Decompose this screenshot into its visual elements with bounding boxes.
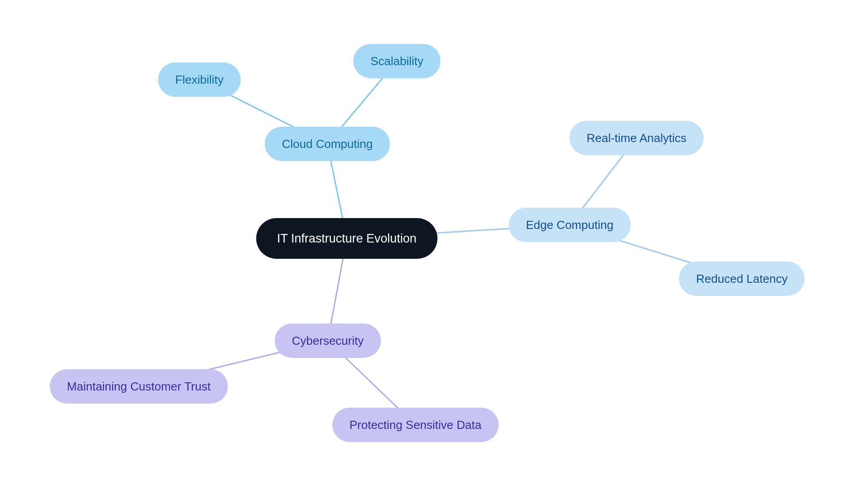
node-realtime-label: Real-time Analytics xyxy=(586,131,686,145)
node-realtime-analytics[interactable]: Real-time Analytics xyxy=(569,121,703,155)
node-edge-label: Edge Computing xyxy=(526,218,613,232)
node-reduced-latency[interactable]: Reduced Latency xyxy=(679,262,805,296)
node-flexibility-label: Flexibility xyxy=(175,73,224,87)
mindmap-canvas: IT Infrastructure Evolution Cloud Comput… xyxy=(0,0,868,490)
node-cloud-computing[interactable]: Cloud Computing xyxy=(265,127,390,161)
node-cyber-label: Cybersecurity xyxy=(292,334,364,348)
node-data-label: Protecting Sensitive Data xyxy=(349,418,481,432)
node-customer-trust[interactable]: Maintaining Customer Trust xyxy=(50,369,228,404)
node-center[interactable]: IT Infrastructure Evolution xyxy=(256,218,438,259)
node-center-label: IT Infrastructure Evolution xyxy=(277,232,417,246)
node-scalability-label: Scalability xyxy=(370,54,423,68)
node-scalability[interactable]: Scalability xyxy=(353,44,440,78)
node-protecting-data[interactable]: Protecting Sensitive Data xyxy=(332,408,499,442)
node-flexibility[interactable]: Flexibility xyxy=(158,62,241,97)
node-trust-label: Maintaining Customer Trust xyxy=(67,380,211,394)
node-edge-computing[interactable]: Edge Computing xyxy=(509,208,631,242)
node-cybersecurity[interactable]: Cybersecurity xyxy=(275,323,381,358)
node-cloud-label: Cloud Computing xyxy=(282,137,373,151)
node-latency-label: Reduced Latency xyxy=(696,272,788,286)
